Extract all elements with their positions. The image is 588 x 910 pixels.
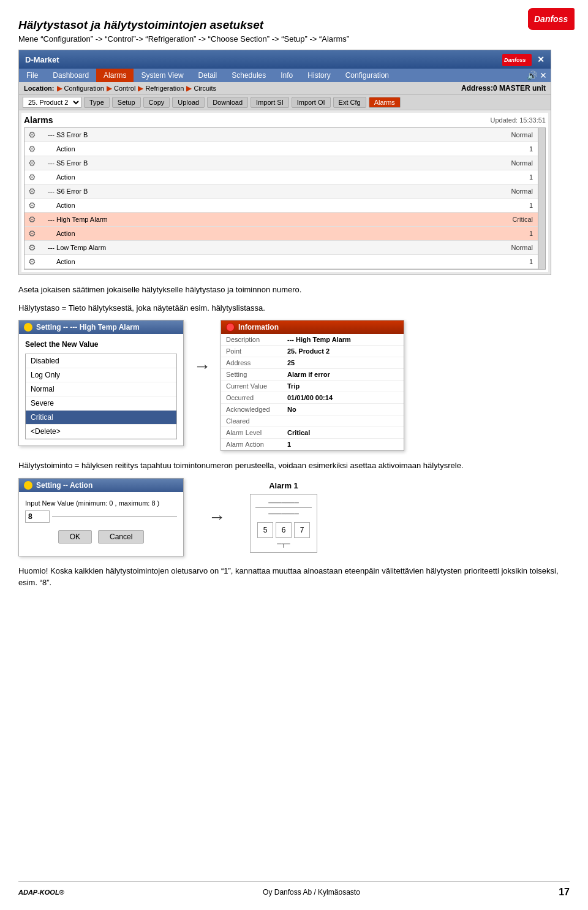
loc-circuits[interactable]: Circuits xyxy=(194,85,216,92)
svg-text:Danfoss: Danfoss xyxy=(534,14,568,24)
address-badge: Address:0 MASTER unit xyxy=(461,84,546,93)
scrollbar[interactable] xyxy=(538,128,545,269)
action-dialog-title: Setting -- Action xyxy=(36,481,92,490)
menu-schedules[interactable]: Schedules xyxy=(224,69,273,82)
gear-icon: ⚙ xyxy=(28,158,38,168)
ok-button[interactable]: OK xyxy=(58,530,92,544)
alarm1-num7: 7 xyxy=(294,522,310,538)
info-row: SettingAlarm if error xyxy=(221,369,404,381)
table-row[interactable]: ⚙--- S3 Error BNormal xyxy=(24,128,545,142)
location-label: Location: xyxy=(24,85,55,92)
table-row[interactable]: ⚙--- S5 Error BNormal xyxy=(24,156,545,170)
titlebar-text: D-Market xyxy=(25,55,59,64)
table-row[interactable]: ⚙--- S6 Error BNormal xyxy=(24,184,545,199)
action-gear-icon xyxy=(24,481,32,490)
action-dialog-body: Input New Value (minimum: 0 , maximum: 8… xyxy=(19,492,183,556)
info-row: Cleared xyxy=(221,415,404,427)
menu-configuration[interactable]: Configuration xyxy=(338,69,396,82)
gear-icon: ⚙ xyxy=(28,130,38,140)
danfoss-logo-area: Danfoss xyxy=(527,5,576,32)
menu-dashboard[interactable]: Dashboard xyxy=(45,69,96,82)
gear-icon: ⚙ xyxy=(28,186,38,196)
info-label: Alarm Level xyxy=(221,427,282,439)
select-item-severe[interactable]: Severe xyxy=(26,396,176,411)
action-input[interactable] xyxy=(25,510,50,523)
toolbar-copy[interactable]: Copy xyxy=(143,97,170,108)
toolbar-importsi[interactable]: Import SI xyxy=(251,97,289,108)
underline-field xyxy=(52,516,177,517)
info-label: Alarm Action xyxy=(221,439,282,450)
toolbar-importoi[interactable]: Import OI xyxy=(292,97,331,108)
arrow-to-info: → xyxy=(194,357,211,376)
menubar: File Dashboard Alarms System View Detail… xyxy=(19,69,551,82)
setting-dialog-titlebar: Setting -- --- High Temp Alarm xyxy=(19,320,183,334)
table-row[interactable]: ⚙Action1 xyxy=(24,255,545,269)
alarm-status: 1 xyxy=(365,142,545,156)
loc-control[interactable]: Control xyxy=(114,85,135,92)
toolbar-upload[interactable]: Upload xyxy=(172,97,205,108)
toolbar-setup[interactable]: Setup xyxy=(112,97,141,108)
alarm-name: Action xyxy=(44,199,365,213)
loc-arrow2: ▶ xyxy=(107,85,111,93)
toolbar-type[interactable]: Type xyxy=(84,97,110,108)
footer-page: 17 xyxy=(559,887,570,898)
info-row: AcknowledgedNo xyxy=(221,404,404,415)
info-value: Trip xyxy=(282,381,404,392)
body-text3: Hälytystoiminto = hälyksen reititys tapa… xyxy=(18,460,570,472)
info-value: Critical xyxy=(282,427,404,439)
cancel-button[interactable]: Cancel xyxy=(98,530,144,544)
alarm-status: Normal xyxy=(365,241,545,255)
dialogs-row: Setting -- --- High Temp Alarm Select th… xyxy=(18,320,570,451)
menu-close-icon[interactable]: ✕ xyxy=(540,70,547,80)
alarm-name: Action xyxy=(44,170,365,184)
action-section: Setting -- Action Input New Value (minim… xyxy=(18,478,570,556)
loc-configuration[interactable]: Configuration xyxy=(64,85,104,92)
toolbar-extcfg[interactable]: Ext Cfg xyxy=(333,97,366,108)
toolbar-alarms[interactable]: Alarms xyxy=(369,97,401,108)
info-row: Point25. Product 2 xyxy=(221,346,404,357)
table-row[interactable]: ⚙--- Low Temp AlarmNormal xyxy=(24,241,545,255)
alarm-name: --- Low Temp Alarm xyxy=(44,241,365,255)
alarms-title: Alarms xyxy=(24,115,53,125)
select-item-critical[interactable]: Critical xyxy=(26,411,176,425)
alarm-status: 1 xyxy=(365,227,545,241)
footer: ADAP-KOOL® Oy Danfoss Ab / Kylmäosasto 1… xyxy=(18,881,570,898)
info-value: 1 xyxy=(282,439,404,450)
select-item-logonly[interactable]: Log Only xyxy=(26,368,176,382)
select-item-normal[interactable]: Normal xyxy=(26,382,176,396)
alarm-name: Action xyxy=(44,142,365,156)
info-label: Setting xyxy=(221,369,282,381)
table-row[interactable]: ⚙Action1 xyxy=(24,199,545,213)
select-item-disabled[interactable]: Disabled xyxy=(26,354,176,368)
gear-icon: ⚙ xyxy=(28,172,38,182)
menu-detail[interactable]: Detail xyxy=(191,69,225,82)
menu-file[interactable]: File xyxy=(19,69,45,82)
gear-icon: ⚙ xyxy=(28,144,38,154)
close-button[interactable]: ✕ xyxy=(537,55,545,64)
setting-dialog-subtitle: Select the New Value xyxy=(25,340,177,349)
toolbar-download[interactable]: Download xyxy=(207,97,248,108)
table-row[interactable]: ⚙--- High Temp AlarmCritical xyxy=(24,213,545,227)
info-row: Alarm Action1 xyxy=(221,439,404,450)
table-row[interactable]: ⚙Action1 xyxy=(24,227,545,241)
alarm-status: 1 xyxy=(365,199,545,213)
alarm-status: Normal xyxy=(365,128,545,142)
gear-icon: ⚙ xyxy=(28,229,38,238)
input-row xyxy=(25,510,177,523)
alarm-name: Action xyxy=(44,227,365,241)
info-label: Current Value xyxy=(221,381,282,392)
menu-systemview[interactable]: System View xyxy=(134,69,190,82)
alarm-name: Action xyxy=(44,255,365,269)
gear-icon: ⚙ xyxy=(28,243,38,252)
menu-history[interactable]: History xyxy=(300,69,337,82)
loc-refrigeration[interactable]: Refrigeration xyxy=(145,85,184,92)
table-row[interactable]: ⚙Action1 xyxy=(24,142,545,156)
menu-alarms[interactable]: Alarms xyxy=(96,69,134,82)
setting-dialog: Setting -- --- High Temp Alarm Select th… xyxy=(18,320,184,446)
product-select[interactable]: 25. Product 2 xyxy=(23,97,81,108)
info-label: Occurred xyxy=(221,392,282,404)
menu-info[interactable]: Info xyxy=(273,69,300,82)
body-text4: Huomio! Koska kaikkien hälytystoimintoje… xyxy=(18,565,570,589)
select-item-delete[interactable]: <Delete> xyxy=(26,425,176,439)
table-row[interactable]: ⚙Action1 xyxy=(24,170,545,184)
